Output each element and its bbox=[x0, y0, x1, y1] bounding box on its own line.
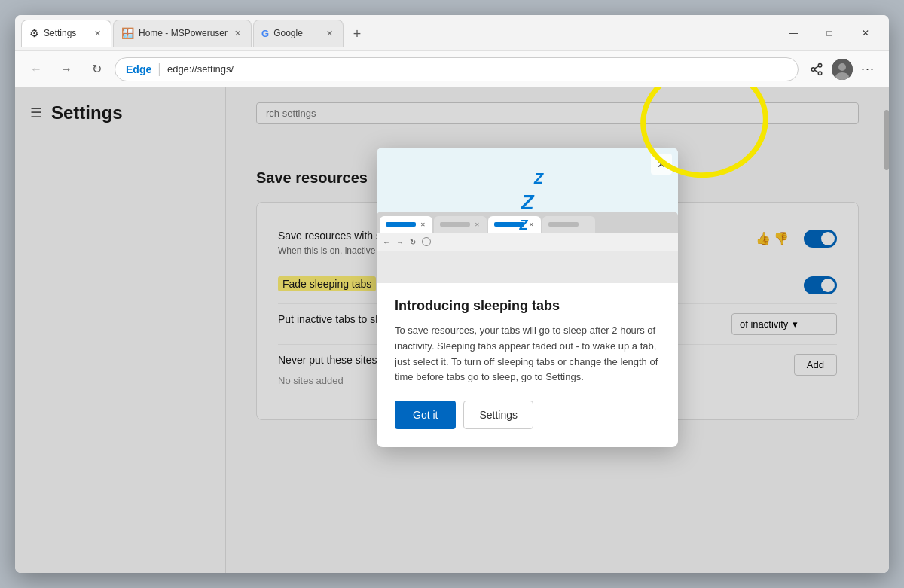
address-text: edge://settings/ bbox=[167, 63, 787, 75]
mini-tab-bar-4 bbox=[548, 222, 579, 227]
refresh-button[interactable]: ↻ bbox=[84, 57, 108, 81]
google-favicon-icon: G bbox=[261, 28, 269, 39]
browser-window: ⚙ Settings ✕ 🪟 Home - MSPoweruser ✕ G Go… bbox=[15, 15, 889, 573]
svg-point-0 bbox=[818, 63, 822, 67]
tabs-area: ⚙ Settings ✕ 🪟 Home - MSPoweruser ✕ G Go… bbox=[21, 20, 770, 47]
modal-title: Introducing sleeping tabs bbox=[395, 298, 660, 314]
mini-tab-bar-1 bbox=[386, 222, 416, 227]
sleeping-tabs-modal: ✕ Z Z Z ✕ bbox=[377, 148, 678, 447]
share-icon[interactable] bbox=[805, 57, 829, 81]
edge-logo-icon: Edge bbox=[126, 63, 151, 75]
toolbar: ← → ↻ Edge | edge://settings/ bbox=[15, 51, 889, 87]
modal-overlay: ✕ Z Z Z ✕ bbox=[15, 87, 889, 573]
tab-mspoweruser-close-icon[interactable]: ✕ bbox=[232, 27, 243, 40]
mini-search-icon bbox=[422, 237, 431, 246]
svg-point-6 bbox=[838, 63, 846, 71]
title-bar: ⚙ Settings ✕ 🪟 Home - MSPoweruser ✕ G Go… bbox=[15, 15, 889, 51]
tab-google-close-icon[interactable]: ✕ bbox=[324, 27, 335, 40]
mini-tab-4 bbox=[542, 216, 595, 233]
tab-settings[interactable]: ⚙ Settings ✕ bbox=[21, 20, 111, 47]
toolbar-actions: ··· bbox=[805, 57, 880, 81]
tab-settings-close-icon[interactable]: ✕ bbox=[92, 27, 103, 40]
back-button[interactable]: ← bbox=[24, 57, 48, 81]
mini-back-icon: ← bbox=[383, 238, 390, 246]
svg-line-3 bbox=[814, 70, 818, 72]
tab-google-title: Google bbox=[273, 28, 319, 38]
z-letter-3: Z bbox=[520, 218, 528, 233]
modal-body: Introducing sleeping tabs To save resour… bbox=[377, 283, 678, 447]
maximize-button[interactable]: □ bbox=[812, 21, 847, 45]
forward-button[interactable]: → bbox=[54, 57, 78, 81]
modal-description: To save resources, your tabs will go to … bbox=[395, 323, 660, 385]
address-separator: | bbox=[157, 61, 161, 77]
mini-browser-toolbar: ← → ↻ bbox=[377, 233, 678, 251]
modal-close-button[interactable]: ✕ bbox=[651, 154, 672, 175]
modal-settings-button[interactable]: Settings bbox=[463, 401, 533, 429]
svg-line-4 bbox=[814, 66, 818, 68]
content-area: ☰ Settings Save resources Save resources… bbox=[15, 87, 889, 573]
modal-actions: Got it Settings bbox=[395, 401, 660, 429]
mspoweruser-favicon-icon: 🪟 bbox=[121, 27, 134, 39]
z-letters: Z Z Z bbox=[512, 170, 543, 233]
mini-forward-icon: → bbox=[396, 238, 404, 246]
mini-tab-1: ✕ bbox=[380, 216, 432, 233]
settings-favicon-icon: ⚙ bbox=[29, 27, 39, 39]
more-options-icon[interactable]: ··· bbox=[856, 57, 880, 81]
z-letter-1: Z bbox=[534, 170, 543, 187]
window-controls: — □ ✕ bbox=[776, 21, 883, 45]
address-bar[interactable]: Edge | edge://settings/ bbox=[115, 57, 799, 81]
z-letter-2: Z bbox=[521, 190, 533, 215]
close-button[interactable]: ✕ bbox=[848, 21, 883, 45]
svg-point-2 bbox=[818, 72, 822, 75]
profile-avatar[interactable] bbox=[832, 59, 853, 80]
mini-tab-2: ✕ bbox=[434, 216, 487, 233]
tab-settings-title: Settings bbox=[44, 28, 87, 38]
tab-google[interactable]: G Google ✕ bbox=[253, 20, 344, 47]
modal-illustration: ✕ Z Z Z ✕ bbox=[377, 148, 678, 283]
mini-tab-bar-2 bbox=[440, 222, 470, 227]
got-it-button[interactable]: Got it bbox=[395, 401, 456, 429]
tab-mspoweruser[interactable]: 🪟 Home - MSPoweruser ✕ bbox=[113, 20, 252, 47]
mini-refresh-icon: ↻ bbox=[410, 238, 416, 246]
tab-mspoweruser-title: Home - MSPoweruser bbox=[139, 28, 228, 38]
minimize-button[interactable]: — bbox=[776, 21, 811, 45]
svg-point-1 bbox=[811, 67, 815, 71]
modal-close-icon: ✕ bbox=[657, 158, 666, 170]
new-tab-button[interactable]: + bbox=[345, 23, 369, 47]
